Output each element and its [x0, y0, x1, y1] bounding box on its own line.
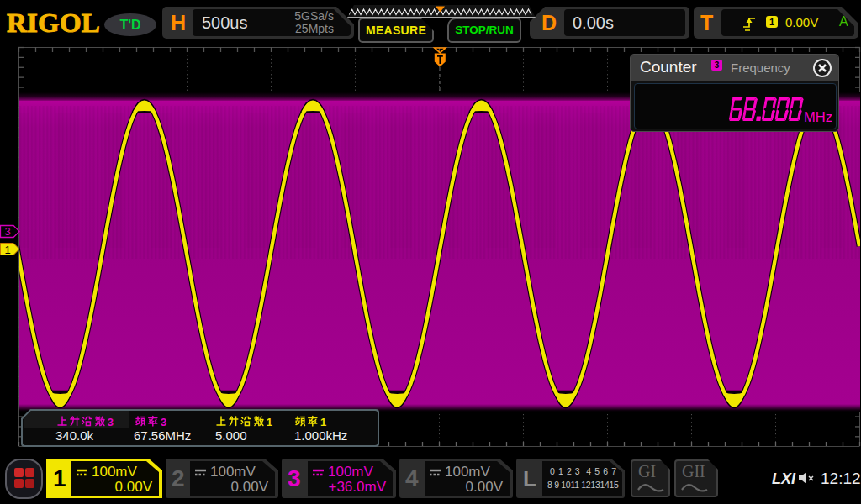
svg-text:1: 1: [267, 416, 272, 428]
svg-text:1: 1: [4, 244, 10, 256]
svg-text:3: 3: [161, 416, 166, 428]
svg-text:3: 3: [4, 225, 10, 238]
svg-text:3: 3: [108, 416, 114, 428]
svg-text:1: 1: [320, 416, 326, 428]
